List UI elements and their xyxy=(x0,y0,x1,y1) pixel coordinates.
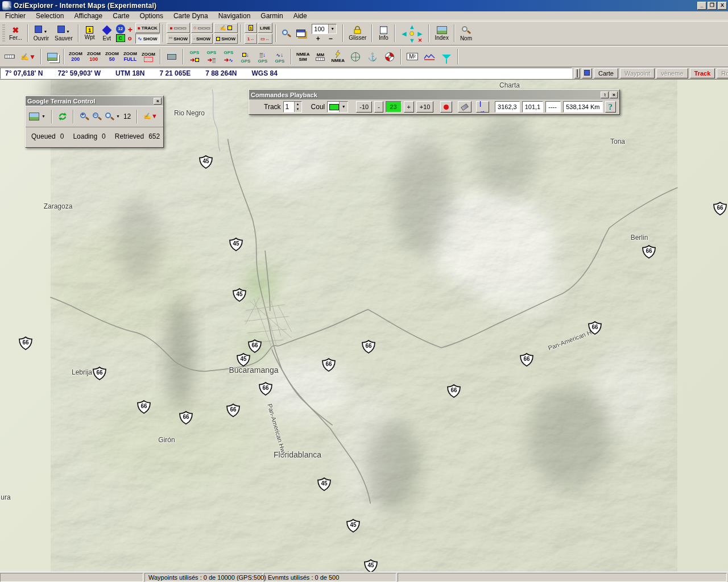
mob-button[interactable] xyxy=(381,48,398,66)
map-canvas[interactable]: Rio NegroChartaTonaZaragozaBerlinLebrija… xyxy=(0,80,728,572)
anchor-alarm-button[interactable]: ⚓ xyxy=(364,48,381,66)
menu-carte-dyna[interactable]: Carte Dyna xyxy=(168,11,213,20)
restore-button[interactable]: ❐ xyxy=(708,2,717,10)
track-number-spinner[interactable]: ▲▼ xyxy=(283,101,302,113)
map-number-badge[interactable]: 12 xyxy=(116,24,125,34)
menu-options[interactable]: Options xyxy=(135,11,168,20)
zoom-full-button[interactable]: ZOOM FULL xyxy=(121,48,139,66)
track-spin-up[interactable]: ▲ xyxy=(295,102,301,107)
name-search-button[interactable]: Nom xyxy=(457,22,475,45)
waypoint-style-button[interactable]: ■ ▭▭▭ xyxy=(167,23,190,33)
area-measure-button[interactable]: M² xyxy=(404,48,421,66)
gps-send-waypoints-button[interactable]: GPS ➔ xyxy=(186,48,203,66)
mode-track-button[interactable]: Track xyxy=(690,68,715,78)
waypoint-button[interactable]: 1 Wpt xyxy=(81,22,98,45)
pan-center-button[interactable] xyxy=(410,31,414,36)
zoom-out-button[interactable]: − xyxy=(329,35,333,43)
terrain-zoom-in-button[interactable]: + xyxy=(80,112,89,121)
print-map-button[interactable] xyxy=(163,48,180,66)
mode-route-button[interactable]: Route xyxy=(717,68,728,78)
filter-button[interactable] xyxy=(438,48,455,66)
menu-affichage[interactable]: Affichage xyxy=(69,11,107,20)
show-events-button[interactable]: ▫ SHOW xyxy=(191,34,213,44)
menu-garmin[interactable]: Garmin xyxy=(255,11,288,20)
pan-down-button[interactable]: ▼ xyxy=(409,38,415,43)
playback-close-button[interactable]: × xyxy=(610,92,618,98)
back-1-button[interactable]: - xyxy=(374,101,383,113)
add-point-button[interactable]: + xyxy=(128,25,133,34)
comment-badge[interactable]: C xyxy=(116,34,125,42)
close-button[interactable]: X xyxy=(718,2,727,10)
show-track-button[interactable]: ∿ SHOW xyxy=(135,34,160,44)
track-button[interactable]: ■ TRACK xyxy=(135,23,160,33)
terrain-control-window[interactable]: Google Terrain Control × ▼ + − ▼ 12 ✍▼ xyxy=(25,95,164,148)
mode-carte-button[interactable]: Carte xyxy=(594,68,618,78)
zoom-200-button[interactable]: ZOOM 200 xyxy=(67,48,85,66)
track-number-input[interactable] xyxy=(284,102,294,112)
zoom-100-button[interactable]: ZOOM 100 xyxy=(85,48,103,66)
back-10-button[interactable]: -10 xyxy=(356,101,372,113)
window-view-button[interactable] xyxy=(293,22,308,45)
measure-button[interactable] xyxy=(1,48,18,66)
mode-evenement-button[interactable]: vèneme xyxy=(656,68,688,78)
width-one-button[interactable]: 1↔ xyxy=(245,34,257,44)
magnify-tool-button[interactable] xyxy=(279,22,293,45)
close-map-button[interactable]: ✖ Fer... xyxy=(6,22,25,45)
gps-get-routes-button[interactable]: ▒↓ GPS xyxy=(254,48,271,66)
circle-point-button[interactable]: o xyxy=(128,35,133,41)
projection-button[interactable] xyxy=(347,48,364,66)
menu-navigation[interactable]: Navigation xyxy=(213,11,256,20)
line-style-button[interactable]: LINE xyxy=(258,23,272,33)
playback-rollup-button[interactable]: ↕ xyxy=(601,92,609,98)
track-spin-down[interactable]: ▼ xyxy=(295,107,301,112)
playback-window[interactable]: Commandes Playback ↕ × Track ▲▼ Coul ▼ -… xyxy=(249,89,620,115)
terrain-control-titlebar[interactable]: Google Terrain Control × xyxy=(26,96,163,106)
pan-cancel-button[interactable]: ✕ xyxy=(418,38,423,43)
show-waypoints-button[interactable]: °° SHOW xyxy=(167,34,190,44)
zoom-combo-dropdown[interactable]: ▼ xyxy=(328,24,336,34)
zoom-window-button[interactable]: ZOOM xyxy=(139,48,158,66)
fwd-10-button[interactable]: +10 xyxy=(416,101,433,113)
nmea-sim-button[interactable]: NMEA SIM xyxy=(294,48,312,66)
record-button[interactable] xyxy=(440,101,452,113)
fwd-1-button[interactable]: + xyxy=(404,101,414,113)
pan-up-button[interactable]: ▲ xyxy=(409,24,415,30)
open-button[interactable]: ▼ Ouvrir xyxy=(31,22,52,45)
terrain-refresh-button[interactable] xyxy=(58,112,67,121)
color-dropdown[interactable]: ▼ xyxy=(339,102,348,112)
width-box-button[interactable]: ▭↔ xyxy=(258,34,272,44)
zoom-level-combo[interactable]: 100 ▼ xyxy=(312,24,337,34)
menu-carte[interactable]: Carte xyxy=(107,11,134,20)
event-button[interactable]: Evt xyxy=(98,22,115,45)
profile-button[interactable] xyxy=(421,48,438,66)
show-routes-button[interactable]: SHOW xyxy=(214,34,238,44)
screenshot-button[interactable] xyxy=(574,68,580,78)
terrain-map-type-button[interactable]: ▼ xyxy=(29,113,46,120)
moving-map-button[interactable]: MM xyxy=(312,48,329,66)
toolbar-grip[interactable] xyxy=(2,24,5,42)
menu-fichier[interactable]: Fichier xyxy=(0,11,31,20)
terrain-zoom-out-button[interactable]: − xyxy=(92,112,101,121)
step-to-end-button[interactable]: |→ xyxy=(476,101,489,113)
nmea-log-button[interactable]: NMEA xyxy=(329,48,347,66)
gps-send-track-button[interactable]: GPS ➔∿ xyxy=(220,48,237,66)
track-color-combo[interactable]: ▼ xyxy=(327,101,348,113)
quick-save-button[interactable]: ↓ xyxy=(582,68,592,78)
info-button[interactable]: Info xyxy=(375,22,392,45)
zoom-50-button[interactable]: ZOOM 50 xyxy=(103,48,121,66)
find-position-button[interactable]: ✍▼ xyxy=(18,48,38,66)
gps-get-track-button[interactable]: ∿↓ GPS xyxy=(271,48,288,66)
menu-aide[interactable]: Aide xyxy=(288,11,312,20)
route-edit-button[interactable]: ✍ xyxy=(214,23,238,33)
terrain-control-close-button[interactable]: × xyxy=(154,98,162,105)
pan-left-button[interactable]: ◀ xyxy=(402,31,406,36)
event-style-button[interactable]: ○ ▭▭▭ xyxy=(191,23,213,33)
save-button[interactable]: ▼ Sauver xyxy=(52,22,76,45)
pan-right-button[interactable]: ▶ xyxy=(417,31,422,36)
playback-help-button[interactable]: ? xyxy=(605,101,617,113)
mode-waypoint-button[interactable]: Waypoint xyxy=(620,68,655,78)
title-bar[interactable]: OziExplorer - Internet Maps (Experimenta… xyxy=(0,0,728,11)
drag-lock-button[interactable]: Glisser xyxy=(346,22,369,45)
erase-button[interactable] xyxy=(458,101,471,113)
terrain-position-button[interactable]: ✍▼ xyxy=(143,113,158,120)
